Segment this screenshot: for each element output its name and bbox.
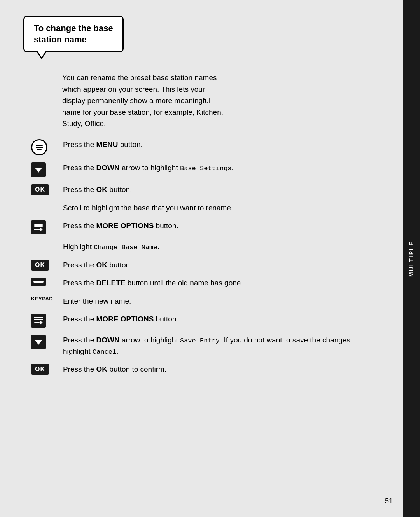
down-arrow2-icon-wrapper bbox=[31, 335, 58, 349]
mo-arrow-row bbox=[34, 227, 43, 231]
sidebar-tab: MULTIPLE bbox=[403, 0, 420, 517]
more-options2-icon-wrapper bbox=[31, 314, 58, 328]
step-ok2: OK Press the OK button. bbox=[31, 259, 380, 271]
step-keypad: KEYPAD Enter the new name. bbox=[31, 295, 380, 307]
step-scroll-text: Scroll to highlight the base that you wa… bbox=[63, 202, 380, 214]
more-options2-icon bbox=[31, 314, 46, 328]
keypad-icon: KEYPAD bbox=[31, 296, 53, 302]
delete-icon bbox=[31, 278, 46, 286]
sidebar-tab-label: MULTIPLE bbox=[408, 241, 415, 277]
step-highlight: Highlight Change Base Name. bbox=[31, 241, 380, 253]
menu-line3 bbox=[37, 149, 42, 150]
intro-text: You can rename the preset base station n… bbox=[62, 72, 226, 129]
mo-line3 bbox=[34, 229, 40, 230]
delete-icon-wrapper bbox=[31, 278, 58, 286]
steps-container: Press the MENU button. Press the DOWN ar… bbox=[31, 138, 380, 375]
down-arrow-svg bbox=[34, 166, 43, 174]
mo2-line3 bbox=[34, 322, 40, 323]
step-ok1: OK Press the OK button. bbox=[31, 183, 380, 196]
mo-arrow bbox=[40, 227, 43, 231]
page-container: To change the base station name You can … bbox=[0, 0, 420, 517]
step-more1: Press the MORE OPTIONS button. bbox=[31, 220, 380, 234]
svg-marker-1 bbox=[35, 340, 42, 345]
step-scroll: Scroll to highlight the base that you wa… bbox=[31, 202, 380, 214]
step-down2-text: Press the DOWN arrow to highlight Save E… bbox=[63, 334, 380, 357]
svg-marker-0 bbox=[35, 168, 42, 173]
menu-lines bbox=[36, 145, 43, 150]
step-delete-text: Press the DELETE button until the old na… bbox=[63, 277, 380, 289]
down-arrow-icon bbox=[31, 162, 46, 177]
step-ok3-text: Press the OK button to confirm. bbox=[63, 363, 380, 375]
step-menu: Press the MENU button. bbox=[31, 138, 380, 155]
down-arrow2-svg bbox=[34, 338, 43, 346]
mo-line1 bbox=[34, 224, 43, 225]
ok2-icon-wrapper: OK bbox=[31, 260, 58, 271]
step-ok1-text: Press the OK button. bbox=[63, 183, 380, 196]
ok1-icon-wrapper: OK bbox=[31, 184, 58, 195]
mo2-line1 bbox=[34, 317, 43, 318]
step-highlight-text: Highlight Change Base Name. bbox=[63, 241, 380, 253]
mo2-arrow-row bbox=[34, 321, 43, 325]
ok2-icon: OK bbox=[31, 260, 49, 271]
main-content: To change the base station name You can … bbox=[0, 0, 403, 517]
ok3-icon-wrapper: OK bbox=[31, 364, 58, 375]
step-more2: Press the MORE OPTIONS button. bbox=[31, 313, 380, 328]
title-box: To change the base station name bbox=[23, 16, 124, 52]
step-delete: Press the DELETE button until the old na… bbox=[31, 277, 380, 289]
step-down2: Press the DOWN arrow to highlight Save E… bbox=[31, 334, 380, 357]
step-down1: Press the DOWN arrow to highlight Base S… bbox=[31, 162, 380, 177]
menu-line1 bbox=[36, 145, 43, 146]
page-number: 51 bbox=[385, 497, 393, 505]
page-title: To change the base station name bbox=[34, 23, 113, 45]
ok3-icon: OK bbox=[31, 364, 49, 375]
more-options1-icon-wrapper bbox=[31, 220, 58, 234]
menu-line2 bbox=[36, 147, 43, 148]
mo2-line2 bbox=[34, 319, 43, 320]
delete-line bbox=[33, 281, 44, 283]
step-more2-text: Press the MORE OPTIONS button. bbox=[63, 313, 380, 325]
step-more1-text: Press the MORE OPTIONS button. bbox=[63, 220, 380, 232]
down-arrow-icon-wrapper bbox=[31, 162, 58, 177]
menu-icon bbox=[31, 139, 47, 155]
mo2-arrow bbox=[40, 321, 43, 325]
step-ok2-text: Press the OK button. bbox=[63, 259, 380, 271]
ok1-icon: OK bbox=[31, 184, 49, 195]
keypad-icon-wrapper: KEYPAD bbox=[31, 296, 58, 302]
step-down1-text: Press the DOWN arrow to highlight Base S… bbox=[63, 162, 380, 174]
mo-line2 bbox=[34, 225, 43, 227]
more-options1-icon bbox=[31, 220, 46, 234]
step-ok3: OK Press the OK button to confirm. bbox=[31, 363, 380, 375]
menu-icon-wrapper bbox=[31, 139, 58, 155]
step-keypad-text: Enter the new name. bbox=[63, 295, 380, 307]
down-arrow2-icon bbox=[31, 335, 46, 349]
step-menu-text: Press the MENU button. bbox=[63, 138, 380, 150]
